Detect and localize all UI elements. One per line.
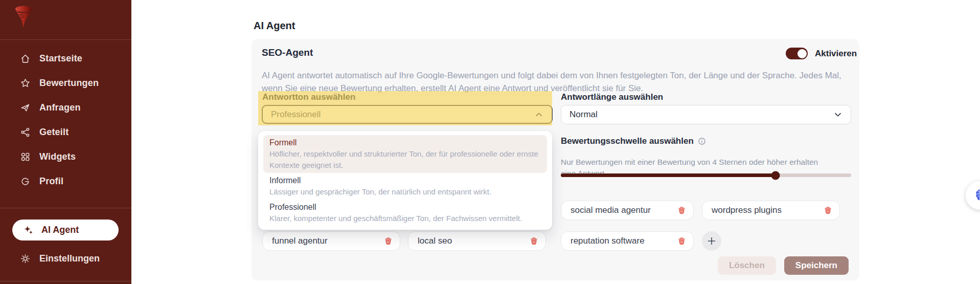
option-title: Formell: [269, 137, 541, 148]
sidebar-divider-top: [0, 39, 131, 40]
sidebar-item-label: Anfragen: [39, 102, 81, 113]
add-keyword-button[interactable]: [702, 231, 721, 251]
ai-assistant-fab[interactable]: [966, 181, 980, 210]
sidebar-item-einstellungen[interactable]: Einstellungen: [0, 249, 131, 268]
keyword-value: social media agentur: [571, 205, 651, 215]
seo-agent-card: SEO-Agent Aktivieren AI Agent antwortet …: [252, 39, 859, 280]
sidebar-item-label: Bewertungen: [39, 78, 99, 89]
sidebar-item-label: Geteilt: [39, 127, 69, 138]
sidebar-item-geteilt[interactable]: Geteilt: [0, 120, 131, 144]
trash-icon[interactable]: [823, 206, 833, 215]
slider-thumb[interactable]: [771, 171, 780, 180]
keyword-value: local seo: [418, 236, 452, 246]
tone-select-label: Antwortton auswählen: [262, 92, 355, 102]
keyword-input[interactable]: social media agentur: [561, 201, 694, 220]
sidebar-item-anfragen[interactable]: Anfragen: [0, 95, 131, 120]
sidebar-item-label: Profil: [39, 176, 63, 187]
page-title: AI Agent: [254, 20, 295, 32]
trash-icon[interactable]: [529, 236, 539, 246]
sparkles-icon: [23, 225, 34, 235]
home-icon: [20, 53, 31, 64]
sidebar-item-bewertungen[interactable]: Bewertungen: [0, 71, 131, 95]
chevron-down-icon: [833, 110, 842, 119]
tone-option-informell[interactable]: Informell Lässiger und gesprächiger Ton,…: [263, 173, 547, 200]
delete-button[interactable]: Löschen: [718, 256, 776, 275]
length-select[interactable]: Normal: [561, 105, 851, 124]
gear-icon: [20, 253, 31, 264]
star-icon: [20, 78, 31, 89]
threshold-slider[interactable]: [561, 173, 851, 177]
send-icon: [20, 102, 31, 113]
keyword-input[interactable]: local seo: [408, 231, 546, 251]
option-title: Professionell: [269, 202, 541, 213]
tone-option-formell[interactable]: Formell Höflicher, respektvoller und str…: [263, 135, 547, 173]
save-button[interactable]: Speichern: [784, 256, 849, 275]
keyword-value: reputation software: [571, 236, 645, 246]
tone-dropdown-panel: Formell Höflicher, respektvoller und str…: [258, 131, 552, 230]
sidebar-item-label: Einstellungen: [39, 253, 100, 264]
sidebar-item-profil[interactable]: Profil: [0, 169, 131, 193]
keyword-input[interactable]: reputation software: [561, 231, 694, 251]
logo-tornado-icon: [13, 5, 34, 30]
share-icon: [20, 127, 31, 138]
seo-agent-title: SEO-Agent: [262, 47, 313, 58]
trash-icon[interactable]: [677, 236, 687, 246]
sidebar-item-widgets[interactable]: Widgets: [0, 144, 131, 169]
option-description: Höflicher, respektvoller und strukturier…: [269, 148, 541, 171]
sidebar-item-ai-agent-active[interactable]: AI Agent: [12, 220, 119, 241]
brain-icon: [972, 188, 980, 203]
sidebar-item-label: Startseite: [39, 53, 82, 64]
length-select-value: Normal: [569, 110, 598, 120]
activate-toggle[interactable]: [786, 48, 808, 59]
seo-agent-description: AI Agent antwortet automatisch auf Ihre …: [262, 69, 851, 95]
threshold-label-wrap: Bewertungsschwelle auswählen: [561, 136, 706, 146]
trash-icon[interactable]: [677, 206, 687, 215]
sidebar-item-label: Widgets: [39, 151, 76, 162]
keyword-value: funnel agentur: [272, 236, 328, 246]
toggle-knob: [797, 49, 807, 58]
keyword-input[interactable]: funnel agentur: [262, 231, 400, 251]
sidebar: Startseite Bewertungen Anfragen Geteilt …: [0, 0, 131, 284]
sidebar-divider-footer: [0, 281, 131, 281]
keyword-value: wordpress plugins: [712, 205, 782, 215]
keyword-input[interactable]: wordpress plugins: [702, 201, 840, 220]
threshold-label: Bewertungsschwelle auswählen: [561, 136, 694, 146]
plus-icon: [706, 236, 717, 246]
google-g-icon: [20, 176, 31, 187]
sidebar-item-startseite[interactable]: Startseite: [0, 46, 131, 71]
sidebar-nav: Startseite Bewertungen Anfragen Geteilt …: [0, 46, 131, 193]
chevron-up-icon: [534, 110, 543, 119]
card-footer-buttons: Löschen Speichern: [718, 256, 849, 275]
option-description: Klarer, kompetenter und geschäftsmäßiger…: [269, 213, 541, 224]
trash-icon[interactable]: [383, 236, 393, 246]
activate-toggle-label: Aktivieren: [815, 49, 857, 59]
sidebar-item-label: AI Agent: [41, 225, 79, 235]
sidebar-divider-bottom-section: [0, 208, 131, 208]
tone-select-value: Professionell: [271, 110, 321, 120]
info-icon[interactable]: [698, 137, 706, 145]
option-description: Lässiger und gesprächiger Ton, der natür…: [269, 186, 541, 198]
tone-option-professionell[interactable]: Professionell Klarer, kompetenter und ge…: [263, 200, 547, 226]
activate-toggle-wrap: Aktivieren: [786, 48, 857, 59]
length-select-label: Antwortlänge auswählen: [561, 92, 663, 102]
slider-fill: [561, 173, 776, 177]
tone-select[interactable]: Professionell: [262, 105, 553, 124]
option-title: Informell: [269, 175, 541, 186]
widgets-icon: [20, 151, 31, 162]
